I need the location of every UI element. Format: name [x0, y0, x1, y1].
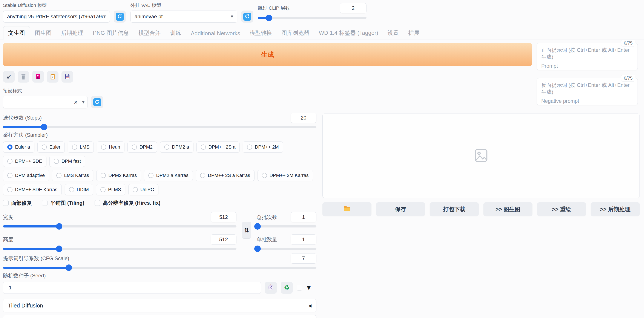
slider-thumb[interactable]: [254, 246, 261, 252]
sampler-option[interactable]: LMS: [68, 142, 94, 153]
sampler-option[interactable]: DPM2 Karras: [96, 170, 141, 181]
main-tabs: 文生图图生图后期处理PNG 图片信息模型合并训练Additional Netwo…: [0, 26, 644, 40]
paste-params-button[interactable]: ↙: [3, 71, 14, 82]
negative-prompt-textarea[interactable]: 0/75 反向提示词 (按 Ctrl+Enter 或 Alt+Enter 生成)…: [537, 78, 638, 105]
output-action-button[interactable]: >> 图生图: [484, 202, 532, 216]
width-slider[interactable]: [3, 225, 236, 228]
clip-skip-group: 跳过 CLIP 层数 2: [258, 2, 366, 19]
extra-seed-checkbox[interactable]: [297, 285, 302, 290]
sampler-option[interactable]: DDIM: [65, 184, 93, 195]
batch-count-input[interactable]: 1: [290, 212, 316, 222]
preset-styles-refresh-button[interactable]: [91, 96, 103, 108]
sampler-option[interactable]: PLMS: [96, 184, 125, 195]
sampler-option[interactable]: DPM adaptive: [3, 170, 49, 181]
steps-slider[interactable]: [3, 126, 316, 128]
output-action-button[interactable]: 打包下载: [430, 202, 479, 216]
tab[interactable]: 模型合并: [134, 26, 166, 40]
sampler-option[interactable]: UniPC: [128, 184, 158, 195]
tab[interactable]: 图生图: [30, 26, 56, 40]
clip-skip-input[interactable]: 2: [340, 3, 366, 13]
slider-thumb[interactable]: [41, 124, 47, 130]
sampler-option[interactable]: DPM++ 2S a Karras: [196, 170, 254, 181]
sampler-option[interactable]: DPM++ 2S a: [196, 142, 240, 153]
checkbox-option[interactable]: 面部修复: [3, 200, 32, 206]
tab[interactable]: 设置: [383, 26, 404, 40]
height-slider[interactable]: [3, 248, 236, 250]
vae-model-select[interactable]: animevae.pt ▼: [130, 10, 237, 22]
tab[interactable]: 扩展: [404, 26, 424, 40]
sampler-option[interactable]: DPM fast: [50, 156, 85, 167]
radio-icon: [100, 187, 106, 192]
extra-networks-button[interactable]: [32, 71, 44, 82]
preset-styles-select[interactable]: × ▼: [3, 96, 88, 108]
clear-icon[interactable]: ×: [72, 99, 79, 106]
chevron-down-icon: ▼: [103, 14, 106, 18]
reuse-seed-button[interactable]: ♻: [281, 282, 293, 294]
tab[interactable]: WD 1.4 标签器 (Tagger): [314, 26, 383, 40]
tab[interactable]: 图库浏览器: [277, 26, 314, 40]
paste-params-arrow-icon: ↙: [6, 74, 12, 80]
sampler-option[interactable]: Euler a: [3, 142, 34, 153]
checkbox-option[interactable]: 高分辨率修复 (Hires. fix): [94, 200, 160, 206]
sd-model-select[interactable]: anything-v5-PrtRE.safetensors [7f96a1a9c…: [3, 10, 110, 22]
clip-skip-label: 跳过 CLIP 层数: [258, 5, 290, 12]
output-action-button[interactable]: >> 重绘: [537, 202, 586, 216]
batch-size-input[interactable]: 1: [290, 234, 316, 245]
positive-prompt-textarea[interactable]: 0/75 正向提示词 (按 Ctrl+Enter 或 Alt+Enter 生成)…: [537, 43, 638, 70]
sampler-option[interactable]: Euler: [38, 142, 65, 153]
sampler-option[interactable]: DPM2 a Karras: [144, 170, 192, 181]
open-folder-button[interactable]: [322, 202, 372, 216]
swap-dimensions-button[interactable]: ⇅: [242, 222, 251, 239]
slider-thumb[interactable]: [56, 246, 62, 252]
height-input[interactable]: 512: [211, 234, 236, 245]
sd-model-refresh-button[interactable]: [114, 10, 126, 22]
sampler-option[interactable]: DPM++ SDE Karras: [3, 184, 62, 195]
tab[interactable]: PNG 图片信息: [88, 26, 134, 40]
tab[interactable]: 文生图: [3, 26, 30, 40]
radio-icon: [201, 144, 206, 150]
sampler-option[interactable]: DPM++ 2M: [243, 142, 283, 153]
slider-thumb[interactable]: [266, 14, 272, 21]
apply-styles-button[interactable]: [47, 71, 58, 82]
batch-count-label: 总批次数: [257, 214, 277, 220]
tab[interactable]: Additional Networks: [186, 27, 245, 40]
slider-thumb[interactable]: [66, 264, 72, 271]
width-input[interactable]: 512: [211, 212, 236, 222]
steps-input[interactable]: 20: [290, 113, 316, 123]
checkbox-option[interactable]: 平铺图 (Tiling): [42, 200, 84, 206]
batch-size-slider[interactable]: [257, 248, 316, 250]
generate-button[interactable]: 生成: [3, 43, 532, 66]
refresh-icon: [93, 98, 101, 106]
tab[interactable]: 训练: [166, 26, 186, 40]
accordion-section[interactable]: Tiled VAE ◀: [3, 315, 316, 318]
sampler-option[interactable]: LMS Karras: [52, 170, 93, 181]
steps-label: 迭代步数 (Steps): [3, 114, 42, 121]
tab[interactable]: 模型转换: [245, 26, 277, 40]
slider-thumb[interactable]: [254, 223, 261, 230]
clip-skip-slider[interactable]: [258, 17, 366, 19]
size-sliders: 宽度 512 高度 512: [3, 211, 236, 250]
output-action-button[interactable]: >> 后期处理: [591, 202, 640, 216]
sampler-option[interactable]: Heun: [97, 142, 124, 153]
batch-count-slider[interactable]: [257, 225, 316, 228]
slider-thumb[interactable]: [56, 223, 62, 230]
save-style-button[interactable]: [62, 71, 73, 82]
random-seed-button[interactable]: [265, 282, 277, 294]
sampler-label: 采样方法 (Sampler): [3, 132, 48, 138]
cfg-input[interactable]: 7: [290, 253, 316, 264]
sampler-option[interactable]: DPM2 a: [160, 142, 193, 153]
sampler-option[interactable]: DPM2: [128, 142, 157, 153]
sampler-option[interactable]: DPM++ SDE: [3, 156, 46, 167]
vae-model-refresh-button[interactable]: [241, 10, 253, 22]
clear-prompts-button[interactable]: [18, 71, 29, 82]
accordion-section[interactable]: Tiled Diffusion ◀: [3, 299, 316, 312]
radio-icon: [7, 159, 12, 164]
sd-model-label: Stable Diffusion 模型: [3, 2, 126, 8]
cfg-slider[interactable]: [3, 266, 316, 269]
tab[interactable]: 后期处理: [56, 26, 88, 40]
seed-extra-caret-icon[interactable]: ▼: [307, 285, 310, 290]
output-action-button[interactable]: 保存: [376, 202, 425, 216]
seed-input[interactable]: -1: [3, 282, 261, 294]
sampler-option[interactable]: DPM++ 2M Karras: [258, 170, 313, 181]
extension-accordions: Tiled Diffusion ◀ Tiled VAE ◀ Additional…: [3, 299, 316, 318]
